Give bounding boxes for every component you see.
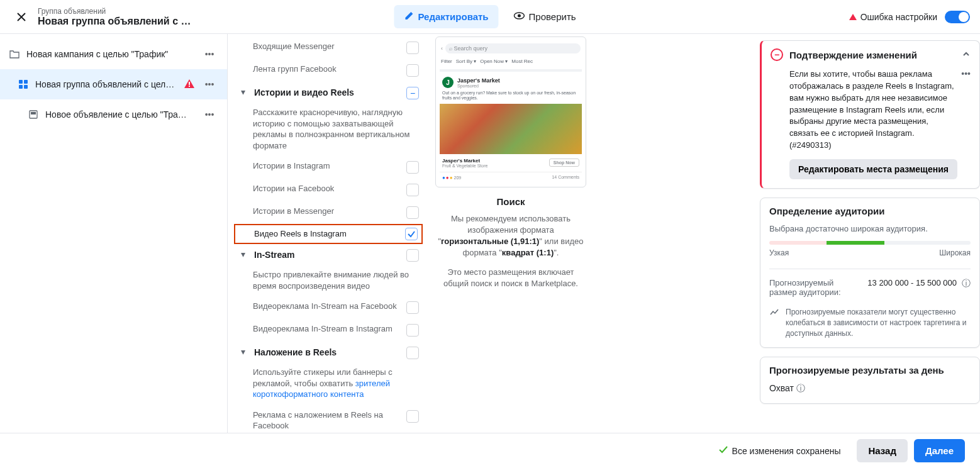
checkbox[interactable] [406, 184, 419, 196]
placement-messenger-inbox[interactable]: Входящие Messenger [234, 36, 423, 59]
placements-list: Входящие Messenger Лента групп Facebook … [234, 34, 423, 468]
ad-image [440, 104, 582, 154]
confirm-text: Если вы хотите, чтобы ваша реклама отобр… [789, 69, 956, 152]
placement-label: Видеореклама In-Stream в Instagram [253, 324, 400, 335]
section-stories-reels[interactable]: ▾ Истории и видео Reels − [234, 82, 423, 104]
placement-label: Истории в Messenger [253, 206, 400, 217]
sidebar-adgroup[interactable]: Новая группа объявлений с цель… ••• [0, 69, 227, 99]
folder-icon [9, 48, 20, 60]
section-reels-overlay[interactable]: ▾ Наложение в Reels [234, 342, 423, 364]
header-title-block: Группа объявлений Новая группа объявлени… [38, 7, 191, 27]
sidebar-campaign[interactable]: Новая кампания с целью "Трафик" ••• [0, 39, 227, 69]
sidebar-adgroup-label: Новая группа объявлений с цель… [35, 79, 178, 89]
warning-icon [184, 79, 194, 90]
pencil-icon [404, 11, 414, 23]
section-instream[interactable]: ▾ In-Stream [234, 244, 423, 267]
back-button[interactable]: Назад [857, 439, 907, 462]
checkbox[interactable] [406, 249, 419, 262]
note-text: Прогнозируемые показатели могут существе… [786, 307, 971, 338]
svg-rect-2 [19, 80, 23, 84]
placement-fb-instream[interactable]: Видеореклама In-Stream на Facebook [234, 296, 423, 319]
filter-chip: Most Rec [511, 58, 533, 64]
narrow-label: Узкая [769, 248, 789, 257]
daily-results-panel: Прогнозируемые результаты за день Охват … [760, 357, 980, 404]
preview-description: Мы рекомендуем использовать изображения … [435, 213, 586, 259]
placement-ig-reels-highlighted[interactable]: Видео Reels в Instagram [234, 224, 423, 244]
saved-indicator: Все изменения сохранены [718, 445, 841, 457]
edit-placements-button[interactable]: Редактировать места размещения [789, 159, 957, 179]
caret-down-icon[interactable]: ▾ [238, 347, 248, 357]
sidebar-ad-label: Новое объявление с целью "Тра… [45, 109, 194, 120]
campaign-more-icon[interactable]: ••• [201, 45, 218, 63]
footer-subtitle: Fruit & Vegetable Store [442, 164, 487, 168]
checkbox-indeterminate[interactable]: − [406, 87, 419, 99]
placement-label: Истории на Facebook [253, 184, 400, 194]
checkbox-checked[interactable] [405, 228, 418, 240]
checkbox[interactable] [406, 42, 419, 54]
placement-messenger-stories[interactable]: Истории в Messenger [234, 201, 423, 224]
placement-ig-instream[interactable]: Видеореклама In-Stream в Instagram [234, 319, 423, 342]
status-toggle[interactable] [945, 11, 970, 23]
review-button[interactable]: Проверить [504, 5, 586, 28]
trend-icon [769, 307, 779, 338]
checkbox[interactable] [406, 206, 419, 219]
filter-chip: Sort By ▾ [456, 58, 476, 64]
check-icon [718, 445, 728, 457]
phone-mockup: ‹ ⌕ Search query Filter Sort By ▾ Open N… [435, 36, 586, 187]
section-description: Используйте стикеры или баннеры с реклам… [234, 364, 423, 405]
section-label: In-Stream [254, 249, 400, 260]
section-description: Быстро привлекайте внимание людей во вре… [234, 267, 423, 296]
brand-logo: J [442, 77, 454, 88]
caret-down-icon[interactable]: ▾ [238, 249, 248, 259]
svg-rect-4 [19, 85, 23, 89]
edit-button[interactable]: Редактировать [394, 5, 498, 28]
audience-size-label: Прогнозируемый размер аудитории: [769, 278, 862, 297]
caret-down-icon[interactable]: ▾ [238, 87, 248, 97]
reactions-count: 209 [454, 176, 462, 180]
placement-ig-stories[interactable]: Истории в Instagram [234, 156, 423, 179]
placement-fb-reels-overlay[interactable]: Реклама с наложением в Reels на Facebook [234, 405, 423, 437]
checkbox[interactable] [406, 324, 419, 337]
sidebar-ad[interactable]: Новое объявление с целью "Тра… ••• [0, 99, 227, 130]
collapse-button[interactable] [962, 50, 971, 60]
info-icon[interactable]: ⓘ [796, 383, 805, 393]
svg-rect-6 [189, 82, 190, 85]
placement-fb-stories[interactable]: Истории на Facebook [234, 179, 423, 201]
cta-button: Shop Now [549, 159, 579, 167]
comments-count: 14 Comments [552, 175, 579, 181]
svg-rect-3 [24, 80, 28, 84]
placement-preview: ‹ ⌕ Search query Filter Sort By ▾ Open N… [435, 34, 586, 468]
wide-label: Широкая [939, 248, 971, 257]
info-icon[interactable]: ⓘ [962, 278, 971, 289]
next-button[interactable]: Далее [914, 439, 965, 462]
svg-rect-5 [24, 85, 28, 89]
right-panel: − Подтверждение изменений Если вы хотите… [754, 34, 980, 468]
more-icon[interactable]: ••• [961, 69, 971, 79]
ad-icon [28, 109, 39, 120]
placement-label: Видео Reels в Instagram [254, 229, 399, 240]
section-label: Истории и видео Reels [254, 87, 400, 98]
svg-point-1 [518, 14, 521, 18]
preview-note: Это место размещения включает общий поис… [435, 267, 586, 289]
audience-bar [769, 241, 971, 245]
saved-text: Все изменения сохранены [732, 446, 841, 456]
audience-note: Прогнозируемые показатели могут существе… [769, 307, 971, 338]
grid-icon [18, 79, 29, 90]
panel-title: Определение аудитории [769, 206, 971, 216]
filter-chip: Open Now ▾ [480, 58, 508, 64]
svg-rect-7 [189, 86, 190, 87]
filter-chip: Filter [441, 58, 452, 64]
ad-more-icon[interactable]: ••• [201, 106, 218, 123]
eye-icon [514, 10, 525, 23]
placement-fb-groups-feed[interactable]: Лента групп Facebook [234, 59, 423, 82]
error-badge-text: Ошибка настройки [860, 12, 937, 22]
close-button[interactable] [10, 6, 33, 28]
checkbox[interactable] [406, 410, 419, 423]
panel-title: Прогнозируемые результаты за день [769, 365, 971, 376]
checkbox[interactable] [406, 347, 419, 359]
checkbox[interactable] [406, 64, 419, 77]
checkbox[interactable] [406, 161, 419, 174]
adgroup-more-icon[interactable]: ••• [201, 75, 218, 93]
header-title: Новая группа объявлений с … [38, 16, 191, 27]
checkbox[interactable] [406, 301, 419, 314]
